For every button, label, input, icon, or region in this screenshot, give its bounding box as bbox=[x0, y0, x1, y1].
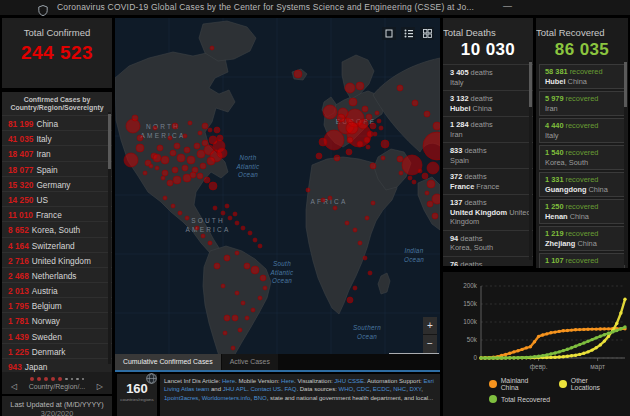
case-bubble[interactable] bbox=[379, 126, 383, 130]
case-bubble[interactable] bbox=[170, 150, 176, 156]
footer-link[interactable]: FAQ bbox=[284, 386, 296, 392]
case-bubble[interactable] bbox=[172, 167, 178, 173]
case-bubble[interactable] bbox=[319, 138, 327, 146]
case-bubble[interactable] bbox=[345, 221, 349, 225]
case-bubble[interactable] bbox=[362, 106, 368, 112]
footer-link[interactable]: 1point3acres bbox=[164, 395, 198, 401]
case-bubble[interactable] bbox=[223, 331, 227, 335]
case-bubble[interactable] bbox=[201, 234, 205, 238]
case-bubble[interactable] bbox=[162, 170, 168, 176]
recovered-list-item[interactable]: 58 381 recoveredHubei China bbox=[539, 64, 625, 89]
case-bubble[interactable] bbox=[161, 176, 165, 180]
case-bubble[interactable] bbox=[294, 70, 302, 78]
case-bubble[interactable] bbox=[358, 119, 368, 129]
case-bubble[interactable] bbox=[366, 114, 372, 120]
case-bubble[interactable] bbox=[210, 46, 214, 50]
case-bubble[interactable] bbox=[168, 136, 172, 140]
case-bubble[interactable] bbox=[345, 83, 355, 93]
case-bubble[interactable] bbox=[427, 201, 433, 207]
footer-link[interactable]: Here bbox=[222, 378, 235, 384]
footer-link[interactable]: Contact US bbox=[250, 386, 281, 392]
deaths-list-item[interactable]: 3 132 deathsHubei China bbox=[443, 90, 533, 116]
case-bubble[interactable] bbox=[235, 221, 239, 225]
case-bubble[interactable] bbox=[178, 211, 182, 215]
case-bubble[interactable] bbox=[328, 196, 332, 200]
footer-link[interactable]: DXY bbox=[410, 386, 422, 392]
case-bubble[interactable] bbox=[172, 123, 178, 129]
case-bubble[interactable] bbox=[187, 156, 195, 164]
case-bubble[interactable] bbox=[221, 211, 225, 215]
deaths-list-item[interactable]: 1 284 deathsIran bbox=[443, 116, 533, 142]
tab-cumulative-confirmed-cases[interactable]: Cumulative Confirmed Cases bbox=[115, 354, 221, 370]
case-bubble[interactable] bbox=[251, 266, 259, 274]
pager-prev-arrow[interactable]: ◁ bbox=[11, 382, 17, 391]
chart-legend-entry[interactable]: Other Locations bbox=[559, 377, 617, 391]
case-bubble[interactable] bbox=[432, 194, 440, 204]
case-bubble[interactable] bbox=[209, 182, 217, 190]
case-bubble[interactable] bbox=[373, 132, 377, 136]
case-bubble[interactable] bbox=[334, 155, 340, 161]
case-bubble[interactable] bbox=[367, 131, 373, 137]
case-bubble[interactable] bbox=[124, 153, 138, 167]
case-bubble[interactable] bbox=[235, 251, 239, 255]
pager-next-arrow[interactable]: ▷ bbox=[97, 382, 103, 391]
case-bubble[interactable] bbox=[349, 98, 357, 106]
chart-legend-entry[interactable]: Mainland China bbox=[489, 377, 546, 391]
map-overview-icon[interactable] bbox=[382, 27, 396, 40]
case-bubble[interactable] bbox=[149, 164, 153, 168]
confirmed-list-item[interactable]: 1 439Sweden bbox=[2, 328, 112, 343]
case-bubble[interactable] bbox=[337, 114, 345, 122]
map-zoom-out-button[interactable]: − bbox=[423, 335, 437, 353]
confirmed-list-item[interactable]: 14 250US bbox=[2, 191, 112, 206]
deaths-list-item[interactable]: 76 deathsNetherlands Netherlands bbox=[443, 256, 533, 267]
case-bubble[interactable] bbox=[198, 131, 202, 135]
case-bubble[interactable] bbox=[241, 226, 245, 230]
world-map[interactable]: NORTH AMERICA SOUTH AMERICA EUROPE AFRIC… bbox=[115, 18, 440, 372]
page-dots[interactable] bbox=[2, 372, 112, 381]
case-bubble[interactable] bbox=[363, 256, 367, 260]
case-bubble[interactable] bbox=[194, 143, 200, 149]
case-bubble[interactable] bbox=[126, 119, 140, 133]
case-bubble[interactable] bbox=[253, 238, 257, 242]
case-bubble[interactable] bbox=[213, 206, 217, 210]
case-bubble[interactable] bbox=[185, 216, 189, 220]
case-bubble[interactable] bbox=[353, 228, 357, 232]
confirmed-list-item[interactable]: 81 199China bbox=[2, 115, 112, 130]
case-bubble[interactable] bbox=[356, 82, 364, 90]
confirmed-list-item[interactable]: 15 320Germany bbox=[2, 176, 112, 191]
case-bubble[interactable] bbox=[370, 163, 376, 169]
case-bubble[interactable] bbox=[136, 144, 144, 152]
footer-link[interactable]: JHU CSSE bbox=[334, 378, 364, 384]
recovered-list-item[interactable]: 1 540 recoveredKorea, South bbox=[539, 145, 625, 170]
case-bubble[interactable] bbox=[161, 156, 169, 164]
case-bubble[interactable] bbox=[399, 171, 403, 175]
case-bubble[interactable] bbox=[195, 226, 199, 230]
case-bubble[interactable] bbox=[347, 137, 353, 143]
footer-link[interactable]: JHU APL bbox=[223, 386, 247, 392]
case-bubble[interactable] bbox=[202, 123, 208, 129]
case-bubble[interactable] bbox=[214, 127, 220, 133]
case-bubble[interactable] bbox=[366, 145, 370, 149]
case-bubble[interactable] bbox=[200, 163, 206, 169]
case-bubble[interactable] bbox=[333, 206, 337, 210]
confirmed-list-item[interactable]: 2 716United Kingdom bbox=[2, 252, 112, 267]
case-bubble[interactable] bbox=[258, 244, 262, 248]
case-bubble[interactable] bbox=[214, 263, 220, 269]
case-bubble[interactable] bbox=[224, 255, 230, 261]
case-bubble[interactable] bbox=[224, 315, 230, 321]
case-bubble[interactable] bbox=[375, 111, 379, 115]
case-bubble[interactable] bbox=[321, 198, 325, 202]
recovered-list-item[interactable]: 1 331 recoveredGuangdong China bbox=[539, 172, 625, 197]
confirmed-list-scrollbar[interactable] bbox=[108, 112, 111, 364]
case-bubble[interactable] bbox=[427, 180, 435, 188]
deaths-list-item[interactable]: 94 deathsKorea, South bbox=[443, 230, 533, 256]
footer-link[interactable]: Here bbox=[281, 378, 294, 384]
recovered-list-item[interactable]: 5 979 recoveredIran bbox=[539, 91, 625, 116]
case-bubble[interactable] bbox=[423, 132, 440, 160]
footer-link[interactable]: CDC bbox=[357, 386, 370, 392]
case-bubble[interactable] bbox=[244, 263, 250, 269]
case-bubble[interactable] bbox=[137, 135, 143, 141]
case-bubble[interactable] bbox=[324, 130, 344, 150]
case-bubble[interactable] bbox=[204, 177, 210, 183]
deaths-list-item[interactable]: 833 deathsSpain bbox=[443, 142, 533, 168]
